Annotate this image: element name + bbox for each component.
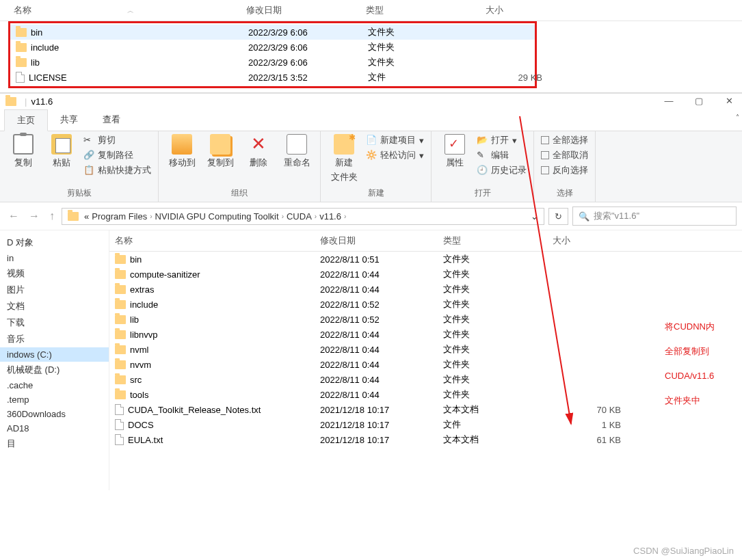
group-label: 打开: [438, 186, 527, 200]
tab-share[interactable]: 共享: [48, 109, 90, 131]
file-row[interactable]: LICENSE2022/3/15 3:52文件29 KB: [10, 70, 535, 85]
file-row[interactable]: nvvm2022/8/11 0:44文件夹: [109, 357, 742, 372]
col-name[interactable]: 名称: [115, 235, 320, 247]
file-type: 文件夹: [368, 56, 488, 68]
col-size[interactable]: 大小: [486, 4, 554, 16]
file-row[interactable]: nvml2022/8/11 0:44文件夹: [109, 342, 742, 357]
up-button[interactable]: ↑: [47, 210, 57, 222]
sidebar-item[interactable]: indows (C:): [0, 347, 109, 362]
window-titlebar[interactable]: | v11.6 — ▢ ✕: [0, 93, 742, 109]
copy-button[interactable]: 复制: [7, 134, 40, 169]
top-panel: 名称︿ 修改日期 类型 大小 bin2022/3/29 6:06文件夹inclu…: [0, 0, 742, 93]
breadcrumb[interactable]: « Program Files › NVIDIA GPU Computing T…: [62, 208, 544, 225]
tab-home[interactable]: 主页: [4, 109, 48, 131]
search-input[interactable]: 🔍 搜索"v11.6": [572, 206, 737, 226]
file-type: 文本文档: [443, 403, 553, 416]
open-button[interactable]: 📂打开 ▾: [477, 134, 517, 146]
file-date: 2022/3/29 6:06: [248, 27, 368, 38]
file-name: tools: [130, 390, 148, 400]
copy-path-button[interactable]: 🔗复制路径: [83, 149, 133, 161]
file-date: 2022/8/11 0:44: [320, 269, 443, 280]
file-name: compute-sanitizer: [130, 269, 200, 280]
col-type[interactable]: 类型: [443, 235, 553, 247]
new-folder-button[interactable]: 新建文件夹: [328, 134, 360, 183]
col-date[interactable]: 修改日期: [246, 4, 366, 16]
close-button[interactable]: ✕: [720, 96, 738, 106]
file-type: 文件: [443, 418, 553, 431]
file-row[interactable]: CUDA_Toolkit_Release_Notes.txt2021/12/18…: [109, 402, 742, 417]
move-to-button[interactable]: 移动到: [165, 134, 198, 169]
file-name: lib: [130, 315, 139, 325]
tab-view[interactable]: 查看: [90, 109, 133, 131]
sidebar-item[interactable]: AD18: [0, 421, 109, 436]
sidebar-item[interactable]: D 对象: [0, 235, 109, 251]
file-row[interactable]: src2022/8/11 0:44文件夹: [109, 372, 742, 387]
delete-button[interactable]: ✕删除: [242, 134, 275, 169]
properties-button[interactable]: 属性: [438, 134, 471, 169]
sidebar-item[interactable]: 图片: [0, 282, 109, 298]
file-name: DOCS: [128, 420, 154, 430]
edit-button[interactable]: ✎编辑: [477, 149, 509, 161]
file-row[interactable]: include2022/3/29 6:06文件夹: [10, 40, 535, 55]
sidebar-item[interactable]: 文档: [0, 298, 109, 315]
cut-button[interactable]: ✂剪切: [83, 134, 116, 146]
file-date: 2022/8/11 0:44: [320, 345, 443, 355]
sidebar-item[interactable]: 视频: [0, 265, 109, 282]
file-date: 2022/8/11 0:44: [320, 284, 443, 295]
col-date[interactable]: 修改日期: [320, 235, 443, 247]
breadcrumb-item[interactable]: CUDA: [287, 211, 312, 222]
minimize-button[interactable]: —: [660, 96, 678, 106]
breadcrumb-item[interactable]: v11.6: [319, 211, 341, 222]
refresh-button[interactable]: ↻: [548, 208, 568, 225]
breadcrumb-item[interactable]: Program Files: [92, 211, 147, 222]
sidebar-item[interactable]: 目: [0, 436, 109, 452]
folder-icon: [115, 255, 126, 264]
paste-button[interactable]: 粘贴: [45, 134, 78, 169]
file-date: 2021/12/18 10:17: [320, 420, 443, 430]
history-button[interactable]: 🕘历史记录: [477, 164, 527, 176]
paste-icon: [51, 134, 72, 155]
rename-button[interactable]: 重命名: [280, 134, 313, 169]
maximize-button[interactable]: ▢: [690, 96, 708, 106]
sidebar-item[interactable]: 机械硬盘 (D:): [0, 362, 109, 378]
sidebar-item[interactable]: 下载: [0, 315, 109, 331]
file-type: 文件夹: [443, 313, 553, 325]
forward-button[interactable]: →: [26, 210, 42, 222]
col-size[interactable]: 大小: [553, 235, 635, 247]
select-all-button[interactable]: 全部选择: [541, 134, 588, 146]
folder-icon: [5, 97, 16, 106]
file-row[interactable]: EULA.txt2021/12/18 10:17文本文档61 KB: [109, 432, 742, 447]
file-row[interactable]: bin2022/3/29 6:06文件夹: [10, 25, 535, 40]
invert-selection-button[interactable]: 反向选择: [541, 164, 588, 176]
file-icon: [115, 434, 124, 445]
copy-to-button[interactable]: 复制到: [204, 134, 237, 169]
sidebar-item[interactable]: .cache: [0, 378, 109, 392]
file-row[interactable]: libnvvp2022/8/11 0:44文件夹: [109, 327, 742, 342]
col-name[interactable]: 名称︿: [14, 4, 246, 16]
ribbon-collapse-icon[interactable]: ˄: [733, 109, 742, 131]
paste-shortcut-button[interactable]: 📋粘贴快捷方式: [83, 164, 151, 176]
new-item-button[interactable]: 📄新建项目 ▾: [366, 134, 424, 146]
group-label: 新建: [328, 186, 424, 200]
sidebar-item[interactable]: in: [0, 251, 109, 265]
col-type[interactable]: 类型: [366, 4, 486, 16]
easy-access-button[interactable]: 🔆轻松访问 ▾: [366, 149, 424, 161]
file-row[interactable]: compute-sanitizer2022/8/11 0:44文件夹: [109, 267, 742, 282]
file-row[interactable]: lib2022/3/29 6:06文件夹: [10, 55, 535, 70]
file-row[interactable]: include2022/8/11 0:52文件夹: [109, 297, 742, 312]
select-none-button[interactable]: 全部取消: [541, 149, 588, 161]
sidebar-item[interactable]: 360Downloads: [0, 407, 109, 421]
file-row[interactable]: extras2022/8/11 0:44文件夹: [109, 282, 742, 297]
sidebar-item[interactable]: 音乐: [0, 331, 109, 347]
file-row[interactable]: DOCS2021/12/18 10:17文件1 KB: [109, 417, 742, 432]
search-placeholder: 搜索"v11.6": [594, 210, 639, 222]
breadcrumb-item[interactable]: NVIDIA GPU Computing Toolkit: [155, 211, 279, 222]
file-name: nvml: [130, 345, 148, 355]
back-button[interactable]: ←: [5, 210, 22, 222]
file-type: 文件夹: [443, 328, 553, 341]
sidebar-item[interactable]: .temp: [0, 392, 109, 407]
file-row[interactable]: lib2022/8/11 0:52文件夹: [109, 312, 742, 327]
file-row[interactable]: tools2022/8/11 0:44文件夹: [109, 387, 742, 402]
breadcrumb-dropdown-icon[interactable]: ⌄: [531, 211, 538, 222]
file-row[interactable]: bin2022/8/11 0:51文件夹: [109, 252, 742, 267]
